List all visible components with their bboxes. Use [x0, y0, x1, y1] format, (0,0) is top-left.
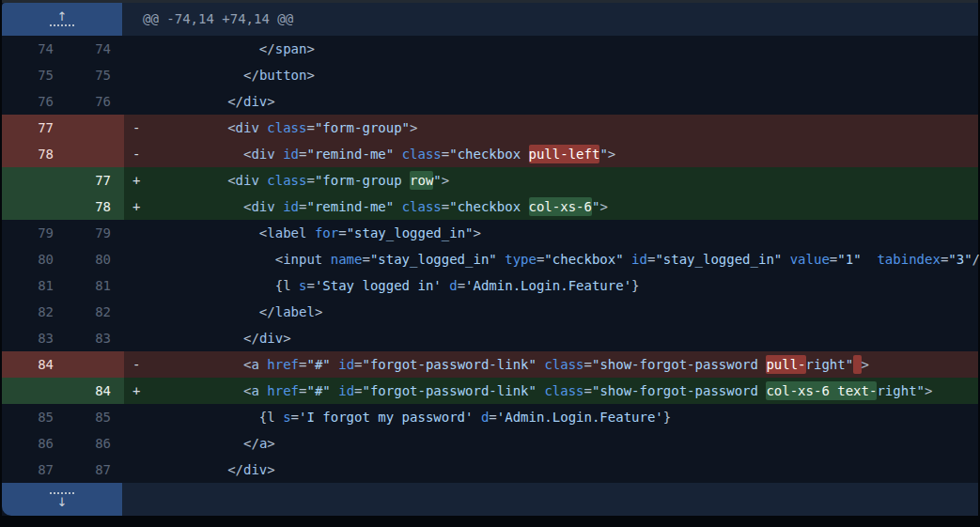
diff-row: 8585 {l s='I forgot my password' d='Admi…	[2, 404, 978, 430]
new-line-number[interactable]: 82	[63, 299, 124, 325]
code-token: 'Admin.Login.Feature'	[497, 410, 663, 425]
code-token: "1"	[837, 252, 861, 267]
new-line-number[interactable]: 80	[63, 246, 124, 272]
code-token: >	[410, 120, 417, 135]
new-line-number[interactable]: 79	[63, 220, 124, 246]
code-token: =	[306, 120, 314, 135]
code-token	[473, 410, 480, 425]
new-line-number[interactable]: 77	[63, 167, 124, 194]
code-token: id	[283, 147, 299, 162]
old-line-number[interactable]: 86	[2, 430, 63, 457]
code-token: >	[599, 199, 607, 214]
new-line-number[interactable]: 74	[63, 36, 124, 62]
expand-footer-row: ↓	[2, 483, 978, 516]
new-line-number[interactable]: 85	[63, 404, 124, 430]
diff-sign	[132, 252, 148, 267]
old-line-number[interactable]: 74	[2, 36, 63, 62]
code-token: href	[267, 383, 299, 398]
diff-row: 7575 </button>	[2, 62, 978, 88]
old-line-number[interactable]: 81	[2, 272, 63, 299]
old-line-number[interactable]: 79	[2, 220, 63, 246]
code-token: id	[631, 252, 647, 267]
old-line-number[interactable]	[2, 378, 63, 404]
code-token: "#"	[306, 357, 330, 372]
expand-down-icon: ↓	[57, 496, 68, 508]
new-line-number[interactable]: 84	[63, 378, 124, 404]
code-token: div	[251, 147, 274, 162]
new-line-number[interactable]	[63, 141, 124, 167]
dotted-line-icon	[50, 492, 74, 494]
old-line-number[interactable]: 87	[2, 457, 63, 483]
code-token: </	[148, 68, 259, 83]
expand-up-button[interactable]: ↑	[2, 3, 122, 36]
old-line-number[interactable]: 75	[2, 62, 63, 88]
diff-sign: +	[132, 383, 148, 398]
code-token: >	[267, 94, 274, 109]
code-token: =	[362, 252, 369, 267]
code-line: + <div id="remind-me" class="checkbox co…	[124, 194, 978, 220]
new-line-number[interactable]: 78	[63, 194, 124, 220]
old-line-number[interactable]	[2, 167, 63, 194]
code-token: =	[306, 278, 314, 293]
diff-sign	[132, 331, 148, 346]
code-token: name	[331, 252, 363, 267]
code-token	[275, 147, 283, 162]
hunk-header-text: @@ -74,14 +74,14 @@	[122, 3, 978, 36]
dotted-line-icon	[50, 24, 74, 26]
code-token	[624, 252, 631, 267]
code-token: "	[433, 173, 441, 188]
code-token	[394, 199, 401, 214]
code-token	[306, 225, 314, 240]
new-line-number[interactable]	[63, 115, 124, 141]
code-token: >	[267, 436, 274, 451]
code-token: >	[315, 304, 322, 319]
diff-sign	[132, 436, 148, 451]
code-token: col-xs-6	[529, 197, 592, 216]
new-line-number[interactable]	[63, 351, 124, 378]
new-line-number[interactable]: 76	[63, 88, 124, 115]
code-line: {l s='Stay logged in' d='Admin.Login.Fea…	[124, 272, 978, 299]
code-token: "stay_logged_in"	[347, 225, 474, 240]
old-line-number[interactable]: 83	[2, 325, 63, 351]
old-line-number[interactable]: 82	[2, 299, 63, 325]
old-line-number[interactable]: 84	[2, 351, 63, 378]
code-token: </	[148, 41, 275, 56]
code-token: right"	[806, 357, 854, 372]
old-line-number[interactable]: 76	[2, 88, 63, 115]
new-line-number[interactable]: 75	[63, 62, 124, 88]
code-token: "form-group"	[315, 120, 410, 135]
expand-down-button[interactable]: ↓	[2, 483, 122, 516]
code-token: </	[148, 304, 275, 319]
code-token: div	[259, 331, 283, 346]
new-line-number[interactable]: 87	[63, 457, 124, 483]
code-token: "#"	[306, 383, 330, 398]
old-line-number[interactable]: 85	[2, 404, 63, 430]
hunk-header-row: ↑ @@ -74,14 +74,14 @@	[2, 3, 978, 36]
code-token: />	[972, 252, 980, 267]
code-token	[275, 199, 283, 214]
code-token: </	[148, 462, 243, 477]
old-line-number[interactable]	[2, 194, 63, 220]
code-line: - <div id="remind-me" class="checkbox pu…	[124, 141, 978, 167]
new-line-number[interactable]: 83	[63, 325, 124, 351]
old-line-number[interactable]: 77	[2, 115, 63, 141]
code-line: </div>	[124, 88, 978, 115]
old-line-number[interactable]: 78	[2, 141, 63, 167]
code-token: label	[267, 225, 306, 240]
diff-sign	[132, 462, 148, 477]
diff-row: 84+ <a href="#" id="forgot-password-link…	[2, 378, 978, 404]
code-token: "forgot-password-link"	[363, 383, 537, 398]
diff-row: 8383 </div>	[2, 325, 978, 351]
code-token: =	[338, 225, 346, 240]
old-line-number[interactable]: 80	[2, 246, 63, 272]
new-line-number[interactable]: 81	[63, 272, 124, 299]
code-token: =	[306, 173, 314, 188]
code-token: href	[267, 357, 299, 372]
code-token: <	[148, 120, 236, 135]
code-token	[394, 147, 401, 162]
code-token: "	[599, 147, 607, 162]
code-token: "form-group	[315, 173, 410, 188]
diff-row: 7474 </span>	[2, 36, 978, 62]
new-line-number[interactable]: 86	[63, 430, 124, 457]
code-token: div	[236, 120, 259, 135]
